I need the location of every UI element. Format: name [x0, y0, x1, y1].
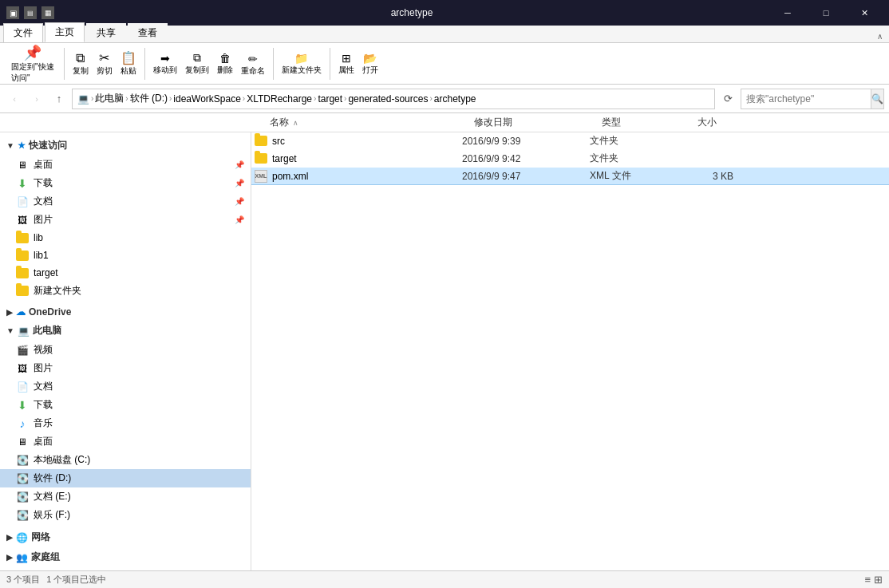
view-list-btn[interactable]: ≡	[864, 574, 871, 586]
file-name-src: src	[255, 136, 462, 147]
file-date-target: 2016/9/9 9:42	[462, 153, 590, 164]
cut-btn[interactable]: ✂ 剪切	[93, 49, 116, 78]
search-icon[interactable]: 🔍	[871, 89, 883, 109]
path-segment-5: target	[318, 93, 342, 105]
pin-icon-pictures: 📌	[235, 215, 244, 224]
col-header-date[interactable]: 修改日期	[471, 112, 599, 132]
address-path[interactable]: 💻 › 此电脑 › 软件 (D:) › ideaWorkSpace › XLTD…	[72, 89, 715, 109]
ribbon-area: 📌 固定到"快速访问" ⧉ 复制 ✂ 剪切 📋 粘贴 ➡ 移动到 ⧉ 复制到 🗑…	[0, 43, 889, 85]
tab-share[interactable]: 共享	[86, 23, 126, 42]
forward-button[interactable]: ›	[27, 89, 46, 109]
sidebar-item-pictures[interactable]: 🖼 图片 📌	[0, 211, 251, 229]
open-btn[interactable]: 📂 打开	[359, 50, 381, 77]
title-bar-icon-3: ▦	[41, 6, 54, 19]
divider-3	[273, 48, 274, 80]
up-button[interactable]: ↑	[49, 89, 69, 109]
quick-access-arrow: ▼	[6, 141, 14, 150]
rename-btn[interactable]: ✏ 重命名	[238, 49, 268, 78]
move-to-btn[interactable]: ➡ 移动到	[150, 50, 180, 77]
ribbon-collapse-btn[interactable]: ∧	[874, 30, 886, 42]
paste-btn[interactable]: 📋 粘贴	[117, 49, 140, 78]
new-folder-btn[interactable]: 📁 新建文件夹	[279, 50, 325, 77]
file-type-target: 文件夹	[590, 152, 686, 165]
sidebar-item-music[interactable]: ♪ 音乐	[0, 414, 251, 432]
refresh-button[interactable]: ⟳	[718, 89, 737, 109]
minimize-button[interactable]: ─	[769, 0, 806, 26]
search-input[interactable]	[741, 93, 871, 105]
address-bar: ‹ › ↑ 💻 › 此电脑 › 软件 (D:) › ideaWorkSpace …	[0, 85, 889, 113]
col-header-name[interactable]: 名称 ∧	[263, 112, 471, 132]
sidebar-item-fdrive[interactable]: 💽 娱乐 (F:)	[0, 506, 251, 524]
pin-label: 固定到"快速访问"	[11, 61, 54, 84]
thispc-label: 此电脑	[33, 324, 61, 337]
homegroup-label: 家庭组	[31, 551, 60, 564]
downloads-icon: ⬇	[16, 399, 29, 412]
delete-btn[interactable]: 🗑 删除	[214, 50, 236, 77]
sidebar-item-docs[interactable]: 📄 文档 📌	[0, 192, 251, 211]
pin-btn[interactable]: 📌 固定到"快速访问"	[6, 42, 59, 85]
rename-label: 重命名	[241, 65, 265, 77]
pin-icon-download: 📌	[235, 179, 244, 187]
path-segment-1: 此电脑	[95, 92, 124, 105]
sidebar-item-lib1[interactable]: lib1	[0, 247, 251, 264]
onedrive-arrow: ▶	[6, 308, 13, 317]
new-folder-label: 新建文件夹	[282, 65, 322, 76]
sidebar-item-cdrive[interactable]: 💽 本地磁盘 (C:)	[0, 451, 251, 469]
desktoppc-icon: 🖥	[16, 436, 29, 448]
cut-label: 剪切	[97, 65, 113, 77]
sidebar-item-ddrive[interactable]: 💽 软件 (D:)	[0, 469, 251, 487]
thispc-header[interactable]: ▼ 💻 此电脑	[0, 321, 251, 341]
close-button[interactable]: ✕	[846, 0, 883, 26]
folder-icon-src	[255, 136, 267, 146]
sidebar-item-desktopc[interactable]: 🖥 桌面	[0, 432, 251, 451]
open-label: 打开	[362, 65, 378, 76]
videos-icon: 🎬	[16, 344, 29, 357]
delete-label: 删除	[217, 65, 233, 76]
back-button[interactable]: ‹	[5, 89, 24, 109]
file-name-pomxml: XML pom.xml	[255, 170, 462, 183]
divider-4	[330, 48, 330, 80]
properties-btn[interactable]: ⊞ 属性	[335, 50, 358, 77]
view-controls: ≡ ⊞	[864, 574, 883, 586]
table-row[interactable]: XML pom.xml 2016/9/9 9:47 XML 文件 3 KB	[251, 168, 889, 185]
copy-btn[interactable]: ⧉ 复制	[69, 49, 92, 78]
desktop-icon: 🖥	[16, 159, 29, 172]
title-bar-icon-1: ▣	[6, 6, 19, 19]
sidebar-item-downloads[interactable]: ⬇ 下载	[0, 396, 251, 414]
onedrive-icon: ☁	[16, 306, 26, 318]
view-grid-btn[interactable]: ⊞	[874, 574, 883, 586]
sidebar-item-newdir[interactable]: 新建文件夹	[0, 282, 251, 300]
pics-icon: 🖼	[16, 362, 29, 375]
sidebar-item-lib[interactable]: lib	[0, 229, 251, 247]
download-icon: ⬇	[16, 177, 29, 190]
copy-to-label: 复制到	[185, 65, 209, 76]
tab-file[interactable]: 文件	[3, 23, 43, 42]
onedrive-header[interactable]: ▶ ☁ OneDrive	[0, 303, 251, 321]
file-type-src: 文件夹	[590, 134, 686, 148]
newdir-folder-icon	[16, 285, 29, 298]
table-row[interactable]: target 2016/9/9 9:42 文件夹	[251, 150, 889, 168]
sidebar-item-documents[interactable]: 📄 文档	[0, 377, 251, 396]
quick-access-label: 快速访问	[29, 139, 67, 152]
quick-access-header[interactable]: ▼ ★ 快速访问	[0, 136, 251, 156]
path-segment-3: ideaWorkSpace	[173, 93, 241, 105]
col-header-type[interactable]: 类型	[599, 112, 694, 132]
tab-home[interactable]: 主页	[45, 22, 85, 42]
sidebar-item-pics[interactable]: 🖼 图片	[0, 359, 251, 377]
network-header[interactable]: ▶ 🌐 网络	[0, 527, 251, 547]
properties-label: 属性	[338, 65, 354, 76]
maximize-button[interactable]: □	[808, 0, 844, 26]
sidebar-item-edrive[interactable]: 💽 文档 (E:)	[0, 487, 251, 506]
sidebar-item-videos[interactable]: 🎬 视频	[0, 341, 251, 359]
copy-to-btn[interactable]: ⧉ 复制到	[182, 49, 212, 77]
sidebar-item-desktop[interactable]: 🖥 桌面 📌	[0, 156, 251, 174]
tab-view[interactable]: 查看	[128, 23, 168, 42]
sidebar: ▼ ★ 快速访问 🖥 桌面 📌 ⬇ 下载 📌 📄 文档 📌 🖼 图片 📌	[0, 132, 251, 570]
onedrive-label: OneDrive	[29, 306, 71, 318]
homegroup-header[interactable]: ▶ 👥 家庭组	[0, 547, 251, 567]
table-row[interactable]: src 2016/9/9 9:39 文件夹	[251, 132, 889, 150]
network-icon: 🌐	[16, 532, 28, 543]
sidebar-item-target[interactable]: target	[0, 264, 251, 282]
col-header-size[interactable]: 大小	[694, 112, 758, 132]
sidebar-item-download[interactable]: ⬇ 下载 📌	[0, 174, 251, 192]
